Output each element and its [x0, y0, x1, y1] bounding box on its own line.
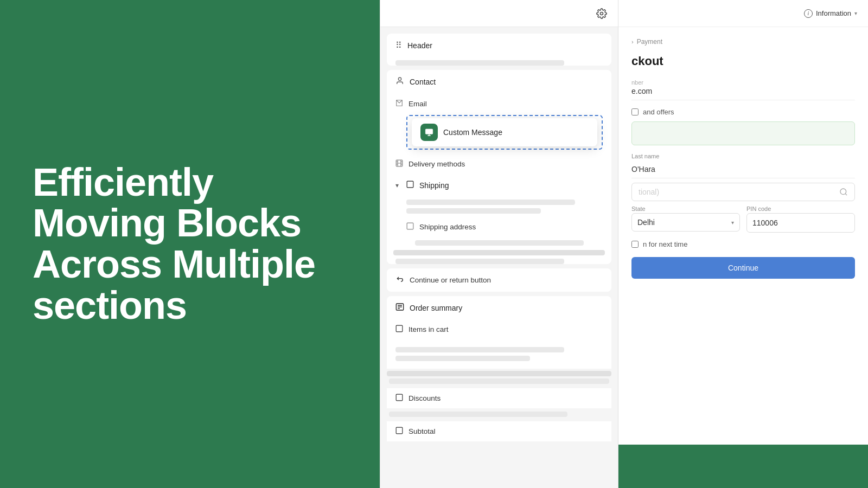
corner-icon-subtotal — [395, 427, 403, 436]
custom-message-icon — [420, 124, 438, 141]
corner-icon-discounts — [395, 394, 403, 403]
pin-state-row: State Delhi ▾ PIN code 110006 — [631, 206, 855, 233]
svg-rect-12 — [396, 427, 403, 434]
state-chevron: ▾ — [731, 220, 734, 226]
info-icon: i — [804, 9, 813, 18]
pin-input[interactable]: 110006 — [746, 213, 855, 233]
drag-icon: ⠿ — [395, 40, 402, 50]
corner-icon-shipping — [406, 181, 414, 190]
shipping-skeleton-1 — [406, 200, 575, 205]
hero-panel: Efficiently Moving Blocks Across Multipl… — [0, 0, 380, 488]
search-icon — [839, 188, 848, 196]
editor-content: ⠿ Header Contact — [380, 27, 618, 488]
state-select[interactable]: Delhi ▾ — [631, 213, 740, 232]
continue-btn-label: Continue or return button — [410, 276, 491, 284]
order-summary-header[interactable]: Order summary — [387, 296, 611, 319]
editor-top-bar — [380, 0, 618, 27]
svg-rect-4 — [407, 181, 413, 188]
information-badge[interactable]: i Information ▾ — [804, 9, 857, 18]
header-section-header[interactable]: ⠿ Header — [387, 34, 611, 57]
wide-skeleton-2 — [395, 259, 564, 264]
header-label: Header — [407, 41, 432, 50]
state-label: State — [631, 206, 740, 212]
email-label: Email — [409, 100, 427, 108]
svg-rect-5 — [407, 223, 413, 229]
corner-icon-email — [395, 99, 403, 108]
green-textarea[interactable] — [631, 121, 855, 145]
corner-icon-delivery — [395, 159, 403, 169]
continue-checkout-button[interactable]: Continue — [631, 257, 855, 279]
offers-label: and offers — [643, 108, 674, 116]
shipping-chevron: ▾ — [395, 182, 399, 189]
person-icon — [395, 76, 404, 87]
email-value: e.com — [631, 87, 855, 100]
shipping-addr-skeleton — [415, 240, 584, 246]
breadcrumb-payment: Payment — [637, 38, 662, 46]
svg-rect-2 — [425, 129, 432, 134]
discounts-skeleton — [389, 412, 567, 417]
cart-skeleton-1 — [395, 347, 564, 352]
save-label: n for next time — [643, 240, 687, 248]
svg-rect-10 — [396, 325, 403, 332]
svg-point-1 — [398, 78, 401, 80]
corner-icon-cart — [395, 325, 403, 334]
return-icon — [395, 275, 404, 285]
dashed-drop-area[interactable]: Custom Message — [406, 115, 603, 150]
email-input-container: Custom Message — [406, 115, 603, 150]
pin-section: PIN code 110006 — [746, 206, 855, 233]
editor-panel: ⠿ Header Contact — [380, 0, 618, 488]
header-section[interactable]: ⠿ Header — [387, 34, 611, 66]
email-item[interactable]: Email — [387, 94, 611, 114]
breadcrumb-chevron: › — [631, 38, 634, 45]
custom-message-label: Custom Message — [443, 128, 502, 137]
breadcrumb: › Payment — [631, 38, 855, 46]
checkout-top-bar: i Information ▾ — [618, 0, 868, 27]
svg-point-13 — [840, 189, 846, 195]
extra-skeleton — [387, 371, 611, 376]
contact-section[interactable]: Contact Email — [387, 70, 611, 264]
discounts-row[interactable]: Discounts — [387, 388, 611, 408]
discounts-label: Discounts — [409, 394, 441, 402]
header-skeleton — [395, 60, 564, 66]
last-name-section: Last name O'Hara — [631, 153, 855, 178]
contact-header[interactable]: Contact — [387, 70, 611, 94]
wide-skeleton-1 — [393, 250, 605, 255]
contact-label: Contact — [410, 78, 436, 86]
order-summary-section: Order summary Items in cart — [380, 296, 618, 441]
gear-icon[interactable] — [594, 6, 609, 21]
shipping-skeleton-2 — [406, 208, 541, 214]
shipping-address-label: Shipping address — [419, 223, 476, 231]
subtotal-row[interactable]: Subtotal — [387, 421, 611, 441]
subtotal-label: Subtotal — [409, 427, 436, 435]
email-number-label: nber — [631, 79, 855, 86]
extra-skeleton-2 — [389, 378, 609, 384]
order-summary-label: Order summary — [410, 304, 462, 312]
save-checkbox-row[interactable]: n for next time — [631, 240, 855, 248]
offers-checkbox-row[interactable]: and offers — [631, 108, 855, 116]
continue-button-section[interactable]: Continue or return button — [387, 268, 611, 292]
shipping-section-header[interactable]: ▾ Shipping — [387, 174, 611, 196]
offers-checkbox[interactable] — [631, 108, 639, 115]
checkout-title-text: ckout — [631, 54, 663, 68]
checkout-form: › Payment ckout nber e.com and offers La… — [618, 27, 868, 488]
delivery-item[interactable]: Delivery methods — [387, 154, 611, 174]
last-name-label: Last name — [631, 153, 855, 159]
shipping-label: Shipping — [419, 181, 449, 190]
items-in-cart-row[interactable]: Items in cart — [387, 319, 611, 339]
order-summary-icon — [395, 303, 404, 313]
pin-label: PIN code — [746, 206, 855, 212]
state-value: Delhi — [637, 218, 729, 227]
cart-skeleton-2 — [395, 356, 530, 361]
checkout-preview-panel: i Information ▾ › Payment ckout nber e.c… — [618, 0, 868, 488]
corner-icon-shipping-addr — [406, 222, 414, 232]
shipping-address-item[interactable]: Shipping address — [398, 217, 611, 237]
delivery-label: Delivery methods — [409, 160, 465, 168]
custom-message-popup[interactable]: Custom Message — [412, 118, 597, 146]
svg-point-0 — [601, 12, 603, 15]
info-chevron: ▾ — [854, 10, 857, 16]
last-name-value: O'Hara — [631, 160, 855, 178]
hero-text: Efficiently Moving Blocks Across Multipl… — [33, 162, 347, 326]
save-checkbox[interactable] — [631, 241, 639, 248]
checkout-title: ckout — [631, 54, 855, 68]
address-search-row[interactable]: tional) — [631, 183, 855, 201]
